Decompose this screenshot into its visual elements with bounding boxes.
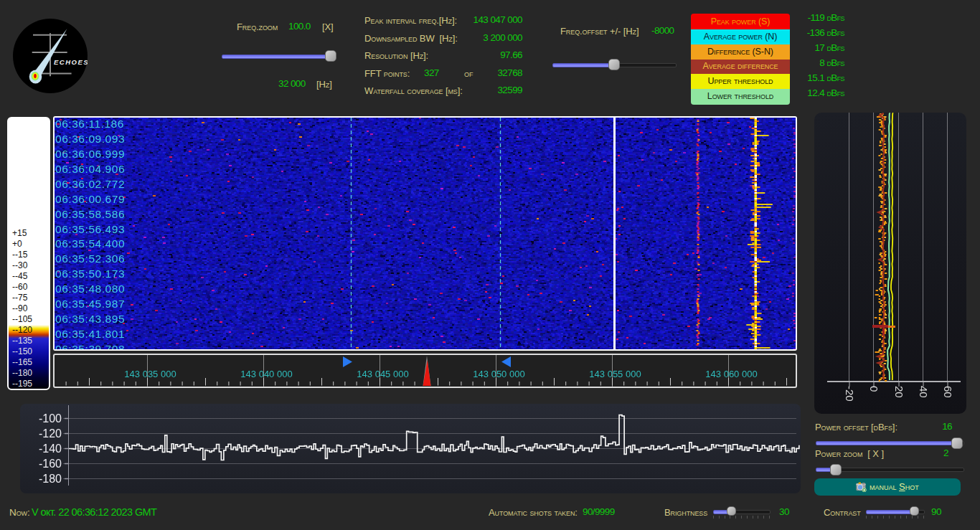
svg-text:ECHOES: ECHOES	[54, 58, 88, 66]
